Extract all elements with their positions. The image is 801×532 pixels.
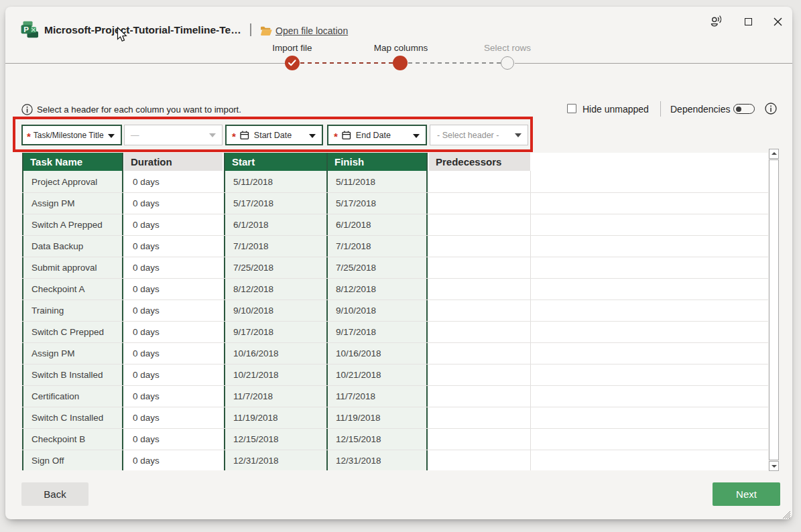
svg-text:P: P bbox=[23, 25, 29, 34]
